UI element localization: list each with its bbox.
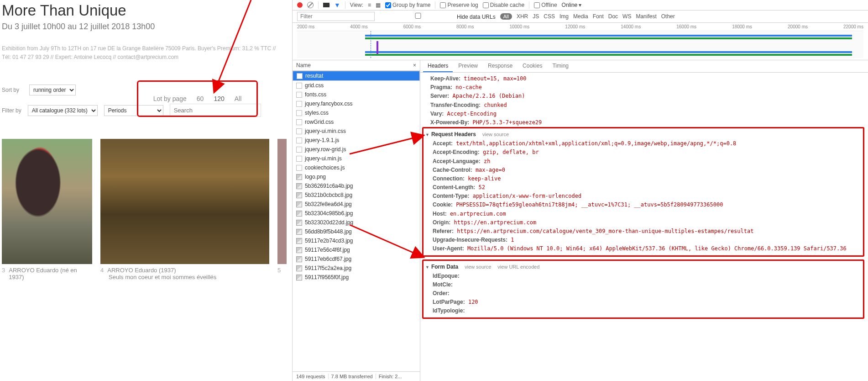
header-value: https://en.artprecium.com/catalogue/vent… [454,228,753,234]
request-item[interactable]: 5b323020d22dd.jpg [293,218,420,227]
group-by-frame-checkbox[interactable]: Group by frame [385,2,430,8]
request-item[interactable]: 59117f9565f0f.jpg [293,273,420,282]
request-item[interactable]: jquery.fancybox.css [293,99,420,108]
timeline[interactable]: 2000 ms 4000 ms 6000 ms 8000 ms 10000 ms… [293,23,868,60]
request-item[interactable]: resultat [293,71,420,81]
request-item[interactable]: 5b322fe8ea6d4.jpg [293,200,420,209]
type-img[interactable]: Img [559,13,569,20]
header-value: 52 [475,184,485,190]
request-name: 5b322fe8ea6d4.jpg [305,201,352,207]
request-item[interactable]: 5b362691c6a4b.jpg [293,181,420,190]
view-source-link-2[interactable]: view source [465,264,491,270]
filter-catalogue-select[interactable]: All catalogue (332 lots) [28,105,98,116]
card-4[interactable]: 4ARROYO Eduardo (1937) Seuls mon coeur e… [100,139,269,280]
network-toolbar: ▼ View: ≡ ▦ Group by frame Preserve log … [293,0,868,11]
lot-60[interactable]: 60 [197,95,204,102]
filter-input[interactable] [297,12,375,21]
type-ws[interactable]: WS [622,13,631,20]
request-name: fonts.css [305,91,326,98]
request-name: grid.css [305,82,324,89]
sort-select[interactable]: running order [29,85,76,95]
view-list-icon[interactable]: ≡ [368,2,371,8]
card-3[interactable]: 3ARROYO Eduardo (né en 1937) [2,139,92,280]
request-item[interactable]: 59117e2b74cd3.jpg [293,236,420,245]
type-css[interactable]: CSS [544,13,555,20]
tab-cookies[interactable]: Cookies [518,60,547,72]
view-grid-icon[interactable]: ▦ [376,2,381,8]
type-xhr[interactable]: XHR [517,13,528,20]
tab-headers[interactable]: Headers [423,60,453,72]
type-font[interactable]: Font [593,13,604,20]
image-file-icon [296,256,302,262]
header-value: PHP/5.3.3-7+squeeze29 [469,119,542,126]
tab-preview[interactable]: Preview [454,60,482,72]
request-headers-toggle[interactable]: Request Headers [425,131,476,138]
screenshot-icon[interactable] [323,3,329,7]
offline-checkbox[interactable]: Offline [534,2,557,8]
header-key: Pragma: [430,84,452,90]
request-name: 59117e56c4f6f.jpg [305,247,350,253]
request-item[interactable]: grid.css [293,81,420,90]
header-value: max-age=0 [472,167,505,173]
type-media[interactable]: Media [573,13,588,20]
header-value: Apache/2.2.16 (Debian) [449,93,525,99]
header-key: MotCle: [433,281,453,288]
request-item[interactable]: 5b32304c985b6.jpg [293,209,420,218]
form-data-toggle[interactable]: Form Data [425,264,458,270]
filter-icon[interactable]: ▼ [334,1,340,9]
type-doc[interactable]: Doc [608,13,618,20]
type-filters: All XHR JS CSS Img Media Font Doc WS Man… [500,13,675,20]
view-source-link[interactable]: view source [482,132,509,137]
request-item[interactable]: 59117f5c2a2ea.jpg [293,264,420,273]
request-item[interactable]: 5b321b0cbcbc8.jpg [293,190,420,200]
close-icon[interactable]: × [413,62,416,69]
tab-timing[interactable]: Timing [548,60,573,72]
image-file-icon [296,229,302,235]
header-key: Cache-Control: [433,167,472,173]
header-value: 1 [507,237,514,243]
type-js[interactable]: JS [533,13,539,20]
header-key: Accept: [433,140,453,147]
image-file-icon [296,192,302,198]
lot-all[interactable]: All [235,95,242,102]
throttle-select[interactable]: Online [562,2,582,8]
request-item[interactable]: jquery-ui.min.js [293,154,420,163]
request-item[interactable]: fonts.css [293,90,420,99]
header-value: https://en.artprecium.com [450,219,536,226]
image-file-icon [296,275,302,280]
request-item[interactable]: cookiechoices.js [293,163,420,172]
tab-response[interactable]: Response [483,60,517,72]
name-column[interactable]: Name [296,62,311,69]
request-item[interactable]: jquery.row-grid.js [293,145,420,154]
request-name: 5b32304c985b6.jpg [305,210,353,217]
preserve-log-checkbox[interactable]: Preserve log [440,2,478,8]
request-item[interactable]: styles.css [293,108,420,117]
request-item[interactable]: logo.png [293,172,420,181]
request-item[interactable]: jquery-1.9.1.js [293,136,420,145]
type-manifest[interactable]: Manifest [636,13,656,20]
header-key: LotParPage: [433,299,465,305]
header-key: Accept-Encoding: [433,149,480,155]
file-icon [296,147,302,153]
type-all[interactable]: All [500,13,512,20]
type-other[interactable]: Other [661,13,675,20]
lot-120[interactable]: 120 [214,95,224,102]
record-icon[interactable] [297,2,303,8]
header-value: no-cache [452,84,482,90]
disable-cache-checkbox[interactable]: Disable cache [483,2,524,8]
request-item[interactable]: rowGrid.css [293,117,420,127]
request-item[interactable]: jquery-ui.min.css [293,127,420,136]
request-item[interactable]: 56dd8b9f5b448.jpg [293,227,420,236]
header-key: IdEpoque: [433,273,460,279]
view-url-encoded-link[interactable]: view URL encoded [497,264,539,270]
hide-data-urls-checkbox[interactable]: Hide data URLs [379,13,496,20]
header-value: en.artprecium.com [447,211,506,217]
header-key: Accept-Language: [433,158,481,164]
header-key: Transfer-Encoding: [430,102,481,108]
header-key: Content-Type: [433,193,469,199]
card-5[interactable]: 5 [277,139,287,280]
request-list: Name× resultatgrid.cssfonts.cssjquery.fa… [293,60,420,381]
clear-icon[interactable] [307,2,314,8]
request-item[interactable]: 59117e56c4f6f.jpg [293,245,420,254]
request-item[interactable]: 59117eb6cdf67.jpg [293,254,420,264]
